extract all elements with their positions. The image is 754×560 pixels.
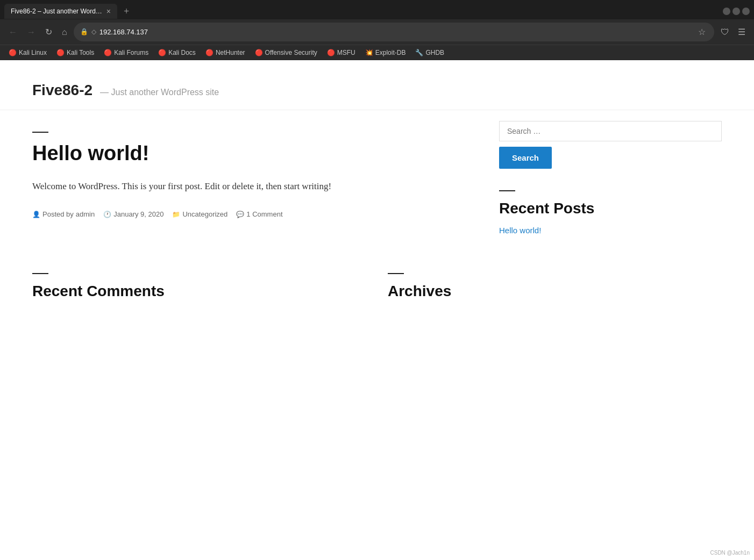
site-separator: — (100, 88, 109, 97)
post-separator (32, 132, 48, 133)
shield-icon: ◇ (91, 28, 96, 36)
kali-forums-icon: 🔴 (104, 49, 112, 56)
forward-button[interactable]: → (24, 25, 39, 39)
bookmark-msfu[interactable]: 🔴 MSFU (323, 47, 360, 58)
shield-nav-button[interactable]: 🛡 (717, 25, 732, 39)
post-comments-link[interactable]: 1 Comment (246, 210, 282, 218)
post-meta: 👤 Posted by admin 🕐 January 9, 2020 📁 Un… (32, 210, 478, 218)
bookmark-kali-forums[interactable]: 🔴 Kali Forums (99, 47, 153, 58)
kali-tools-icon: 🔴 (56, 49, 65, 56)
bookmark-star-button[interactable]: ☆ (696, 25, 708, 39)
bookmark-msfu-label: MSFU (337, 49, 355, 56)
post-author-link[interactable]: admin (76, 210, 95, 218)
post-category-meta: 📁 Uncategorized (172, 210, 227, 218)
webpage: Five86-2 — Just another WordPress site H… (0, 60, 754, 544)
site-tagline-text: Just another WordPress site (111, 88, 219, 97)
kali-linux-icon: 🔴 (9, 49, 17, 56)
site-title: Five86-2 (32, 82, 93, 98)
recent-posts-separator (499, 190, 515, 191)
post-comments-meta: 💬 1 Comment (236, 210, 282, 218)
new-tab-button[interactable]: + (119, 6, 133, 17)
window-controls (723, 8, 750, 15)
list-item: Hello world! (499, 226, 722, 235)
exploit-db-icon: 💥 (365, 49, 373, 56)
nav-icons-right: 🛡 ☰ (717, 25, 749, 39)
recent-posts-list: Hello world! (499, 226, 722, 235)
bookmark-offensive-security-label: Offensive Security (265, 49, 317, 56)
bookmark-nethunter[interactable]: 🔴 NetHunter (201, 47, 250, 58)
bookmark-ghdb[interactable]: 🔧 GHDB (411, 47, 449, 58)
bookmarks-bar: 🔴 Kali Linux 🔴 Kali Tools 🔴 Kali Forums … (0, 45, 754, 60)
reload-button[interactable]: ↻ (42, 25, 55, 39)
tab-title: Five86-2 – Just another Word… (11, 8, 102, 15)
tab-bar: Five86-2 – Just another Word… × + (0, 0, 754, 19)
post-category-link[interactable]: Uncategorized (182, 210, 227, 218)
archives-separator (388, 273, 404, 274)
address-input[interactable] (99, 28, 693, 36)
lock-icon: 🔒 (80, 28, 88, 36)
author-icon: 👤 (32, 211, 40, 218)
archives-widget: Archives (388, 273, 722, 300)
bookmark-ghdb-label: GHDB (425, 49, 444, 56)
bookmark-kali-docs[interactable]: 🔴 Kali Docs (154, 47, 200, 58)
recent-comments-widget: Recent Comments (32, 273, 366, 300)
post-title: Hello world! (32, 141, 478, 166)
search-button[interactable]: Search (499, 147, 552, 169)
nav-bar: ← → ↻ ⌂ 🔒 ◇ ☆ 🛡 ☰ (0, 19, 754, 45)
recent-post-link[interactable]: Hello world! (499, 226, 541, 235)
category-icon: 📁 (172, 211, 180, 218)
post-author-label: Posted by (42, 210, 74, 218)
kali-docs-icon: 🔴 (158, 49, 166, 56)
bookmark-kali-forums-label: Kali Forums (114, 49, 148, 56)
active-tab[interactable]: Five86-2 – Just another Word… × (4, 4, 117, 19)
menu-button[interactable]: ☰ (735, 25, 749, 39)
bookmark-offensive-security[interactable]: 🔴 Offensive Security (251, 47, 322, 58)
browser-chrome: Five86-2 – Just another Word… × + ← → ↻ … (0, 0, 754, 60)
tab-close-button[interactable]: × (106, 7, 111, 16)
archives-title: Archives (388, 283, 722, 300)
maximize-button[interactable] (732, 8, 740, 15)
site-header: Five86-2 — Just another WordPress site (0, 60, 754, 110)
bookmark-exploit-db[interactable]: 💥 Exploit-DB (361, 47, 410, 58)
address-bar-container: 🔒 ◇ ☆ (74, 23, 714, 41)
sidebar: Search Recent Posts Hello world! (499, 121, 722, 257)
bookmark-nethunter-label: NetHunter (216, 49, 245, 56)
date-icon: 🕐 (103, 211, 111, 218)
recent-posts-widget: Recent Posts Hello world! (499, 190, 722, 235)
bookmark-kali-tools-label: Kali Tools (67, 49, 94, 56)
bookmark-kali-linux-label: Kali Linux (19, 49, 47, 56)
post-date: January 9, 2020 (113, 210, 163, 218)
home-button[interactable]: ⌂ (59, 25, 70, 39)
recent-posts-title: Recent Posts (499, 200, 722, 217)
search-input[interactable] (499, 121, 722, 141)
bookmark-kali-docs-label: Kali Docs (168, 49, 196, 56)
post-article: Hello world! Welcome to WordPress. This … (32, 121, 478, 229)
minimize-button[interactable] (723, 8, 730, 15)
recent-comments-title: Recent Comments (32, 283, 366, 300)
post-date-meta: 🕐 January 9, 2020 (103, 210, 163, 218)
bookmark-kali-linux[interactable]: 🔴 Kali Linux (4, 47, 51, 58)
bottom-widgets: Recent Comments Archives (0, 268, 754, 321)
msfu-icon: 🔴 (327, 49, 335, 56)
site-tagline: — Just another WordPress site (100, 88, 219, 97)
search-widget: Search (499, 121, 722, 169)
back-button[interactable]: ← (5, 25, 20, 39)
post-body: Welcome to WordPress. This is your first… (32, 179, 478, 195)
bookmark-kali-tools[interactable]: 🔴 Kali Tools (52, 47, 98, 58)
main-content: Hello world! Welcome to WordPress. This … (0, 110, 754, 268)
bookmark-exploit-db-label: Exploit-DB (375, 49, 406, 56)
comment-icon: 💬 (236, 211, 244, 218)
ghdb-icon: 🔧 (415, 49, 423, 56)
nethunter-icon: 🔴 (205, 49, 214, 56)
offensive-security-icon: 🔴 (255, 49, 263, 56)
recent-comments-separator (32, 273, 48, 274)
post-author-meta: 👤 Posted by admin (32, 210, 95, 218)
close-button[interactable] (742, 8, 750, 15)
primary-content: Hello world! Welcome to WordPress. This … (32, 121, 478, 257)
